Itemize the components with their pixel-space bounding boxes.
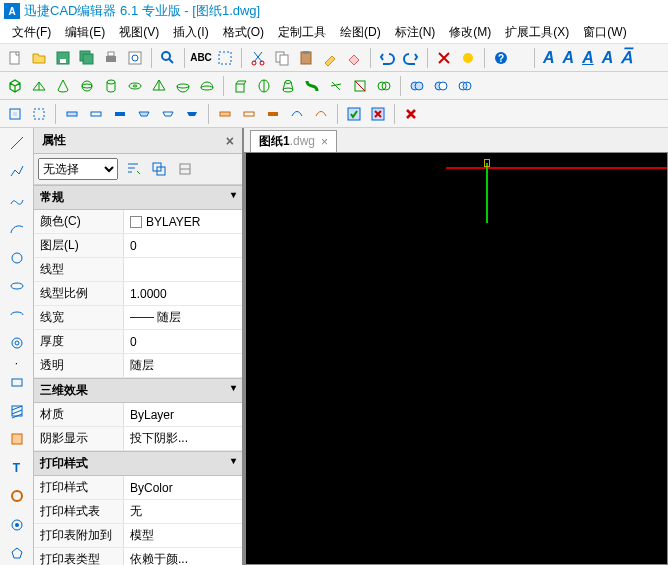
edge5-icon[interactable]: [157, 103, 179, 125]
boundary-icon[interactable]: [28, 103, 50, 125]
menu-window[interactable]: 窗口(W): [577, 22, 632, 43]
save-icon[interactable]: [52, 47, 74, 69]
ring-icon[interactable]: [5, 485, 29, 508]
edge4-icon[interactable]: [133, 103, 155, 125]
cut-icon[interactable]: [247, 47, 269, 69]
hatch-icon[interactable]: [5, 399, 29, 422]
text-style-a5-icon[interactable]: A̅: [618, 47, 635, 69]
cylinder-icon[interactable]: [100, 75, 122, 97]
extrude-icon[interactable]: [229, 75, 251, 97]
interfere-icon[interactable]: [373, 75, 395, 97]
text-icon[interactable]: T: [5, 457, 29, 480]
help-icon[interactable]: ?: [490, 47, 512, 69]
text-style-a4-icon[interactable]: A: [599, 47, 617, 69]
tab-close-icon[interactable]: ×: [321, 135, 328, 149]
edge11-icon[interactable]: [310, 103, 332, 125]
toggle-pick-icon[interactable]: [174, 158, 196, 180]
delete-icon[interactable]: [433, 47, 455, 69]
paste-icon[interactable]: [295, 47, 317, 69]
menu-insert[interactable]: 插入(I): [167, 22, 214, 43]
circle-icon[interactable]: [5, 246, 29, 269]
sphere-icon[interactable]: [76, 75, 98, 97]
text-style-a3-icon[interactable]: A: [579, 47, 597, 69]
print-icon[interactable]: [100, 47, 122, 69]
menu-draw[interactable]: 绘图(D): [334, 22, 387, 43]
titlebar: A 迅捷CAD编辑器 6.1 专业版 - [图纸1.dwg]: [0, 0, 668, 22]
menu-custom-tools[interactable]: 定制工具: [272, 22, 332, 43]
arc-icon[interactable]: [5, 218, 29, 241]
copy-icon[interactable]: [271, 47, 293, 69]
save-all-icon[interactable]: [76, 47, 98, 69]
find-icon[interactable]: [157, 47, 179, 69]
torus-icon[interactable]: [124, 75, 146, 97]
ellipse-arc-icon[interactable]: [5, 304, 29, 327]
box-icon[interactable]: [4, 75, 26, 97]
edge8-icon[interactable]: [238, 103, 260, 125]
union-icon[interactable]: [406, 75, 428, 97]
select-icon[interactable]: [214, 47, 236, 69]
pyramid-icon[interactable]: [148, 75, 170, 97]
region-icon[interactable]: [4, 103, 26, 125]
edge9-icon[interactable]: [262, 103, 284, 125]
menu-edit[interactable]: 编辑(E): [59, 22, 111, 43]
undo-icon[interactable]: [376, 47, 398, 69]
quick-select-icon[interactable]: [122, 158, 144, 180]
panel-close-icon[interactable]: ×: [226, 133, 234, 149]
text-style-a1-icon[interactable]: A: [540, 47, 558, 69]
menu-dimension[interactable]: 标注(N): [389, 22, 442, 43]
svg-rect-0: [10, 52, 19, 64]
eraser-icon[interactable]: [343, 47, 365, 69]
subtract-icon[interactable]: [430, 75, 452, 97]
edge2-icon[interactable]: [85, 103, 107, 125]
spellcheck-icon[interactable]: ABC: [190, 47, 212, 69]
menu-view[interactable]: 视图(V): [113, 22, 165, 43]
edge7-icon[interactable]: [214, 103, 236, 125]
drawing-canvas[interactable]: [244, 152, 668, 565]
print-preview-icon[interactable]: [124, 47, 146, 69]
menu-format[interactable]: 格式(O): [217, 22, 270, 43]
new-file-icon[interactable]: [4, 47, 26, 69]
rectangle-icon[interactable]: [5, 371, 29, 394]
highlight-icon[interactable]: [457, 47, 479, 69]
properties-title: 属性: [42, 132, 66, 149]
edge3-icon[interactable]: [109, 103, 131, 125]
slice-icon[interactable]: [325, 75, 347, 97]
text-style-a2-icon[interactable]: A: [560, 47, 578, 69]
edge10-icon[interactable]: [286, 103, 308, 125]
dome-icon[interactable]: [196, 75, 218, 97]
close-tab-icon[interactable]: [400, 103, 422, 125]
wedge-icon[interactable]: [28, 75, 50, 97]
donut-icon[interactable]: [5, 332, 29, 355]
polyline-icon[interactable]: [5, 161, 29, 184]
menu-modify[interactable]: 修改(M): [443, 22, 497, 43]
section-icon[interactable]: [349, 75, 371, 97]
edge1-icon[interactable]: [61, 103, 83, 125]
open-file-icon[interactable]: [28, 47, 50, 69]
cone-icon[interactable]: [52, 75, 74, 97]
category-general[interactable]: 常规: [34, 185, 242, 210]
tab-drawing1[interactable]: 图纸1.dwg ×: [250, 130, 337, 152]
polygon-icon[interactable]: [5, 542, 29, 565]
target-icon[interactable]: [5, 514, 29, 537]
ellipse-icon[interactable]: [5, 275, 29, 298]
check-ok-icon[interactable]: [343, 103, 365, 125]
menu-extensions[interactable]: 扩展工具(X): [499, 22, 575, 43]
category-3d[interactable]: 三维效果: [34, 378, 242, 403]
intersect-icon[interactable]: [454, 75, 476, 97]
selection-dropdown[interactable]: 无选择: [38, 158, 118, 180]
loft-icon[interactable]: [277, 75, 299, 97]
pick-add-icon[interactable]: [148, 158, 170, 180]
menu-file[interactable]: 文件(F): [6, 22, 57, 43]
block-icon[interactable]: [5, 428, 29, 451]
line-icon[interactable]: [5, 132, 29, 155]
check-cancel-icon[interactable]: [367, 103, 389, 125]
edge6-icon[interactable]: [181, 103, 203, 125]
redo-icon[interactable]: [400, 47, 422, 69]
sweep-icon[interactable]: [301, 75, 323, 97]
spline-icon[interactable]: [5, 189, 29, 212]
revolve-icon[interactable]: [253, 75, 275, 97]
match-props-icon[interactable]: [319, 47, 341, 69]
category-plot[interactable]: 打印样式: [34, 451, 242, 476]
draw-toolbar: · T: [0, 128, 34, 565]
dish-icon[interactable]: [172, 75, 194, 97]
